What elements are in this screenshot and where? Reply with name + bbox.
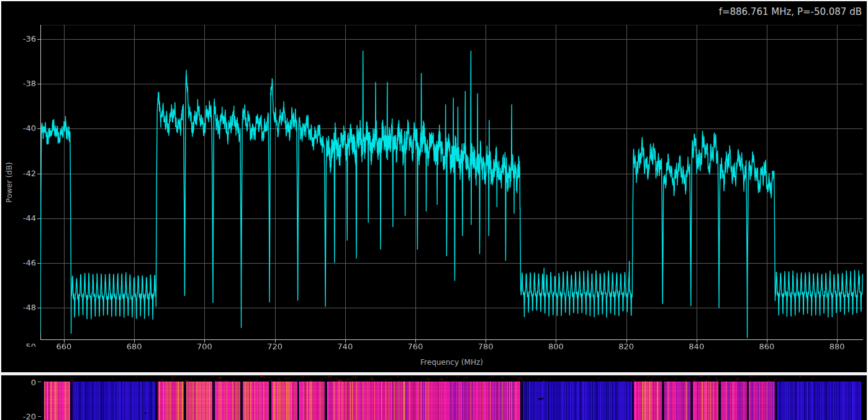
x-tick-label: 880	[818, 342, 856, 352]
window-border-top	[0, 0, 868, 1]
y-tick-label: -36	[0, 34, 36, 44]
frequency-axis-title: Frequency (MHz)	[40, 358, 863, 367]
x-tick-label: 780	[467, 342, 504, 352]
spectrum-plot-canvas[interactable]	[40, 25, 863, 342]
x-tick-label: 660	[45, 342, 83, 352]
x-tick-label: 760	[397, 342, 434, 352]
x-tick-label: 700	[186, 342, 223, 352]
x-tick-label: 860	[748, 342, 785, 352]
x-tick-label: 800	[537, 342, 574, 352]
x-tick-label: 720	[256, 342, 294, 352]
y-tick-label: -44	[0, 213, 36, 223]
x-tick-label: 740	[327, 342, 364, 352]
y-tick-mark	[37, 308, 40, 308]
clipped-y-tick-label: -50	[0, 342, 36, 347]
panel-separator	[0, 372, 868, 375]
x-tick-label: 840	[678, 342, 715, 352]
waterfall-panel: 0 -20	[0, 375, 868, 420]
y-tick-label: -48	[0, 303, 36, 313]
spectrum-panel: f=886.761 MHz, P=-50.087 dB Power (dB) -…	[0, 0, 868, 372]
y-tick-label: -38	[0, 79, 36, 89]
y-tick-label: -46	[0, 258, 36, 268]
waterfall-y-tick-label-top: 0	[0, 378, 36, 388]
y-tick-mark	[37, 84, 40, 84]
sdr-spectrum-window: f=886.761 MHz, P=-50.087 dB Power (dB) -…	[0, 0, 868, 420]
y-tick-label: -42	[0, 169, 36, 179]
y-tick-mark	[37, 174, 40, 174]
y-tick-label: -40	[0, 123, 36, 133]
power-axis-title: Power (dB)	[5, 120, 15, 244]
window-border-left	[0, 0, 1, 420]
x-tick-label: 820	[608, 342, 645, 352]
waterfall-y-tick-label-bottom: -20	[0, 412, 36, 420]
cursor-readout: f=886.761 MHz, P=-50.087 dB	[719, 6, 862, 17]
x-tick-label: 680	[115, 342, 153, 352]
y-tick-mark	[37, 263, 40, 264]
y-tick-mark	[37, 218, 40, 219]
y-tick-mark	[37, 39, 40, 40]
waterfall-canvas[interactable]	[41, 375, 862, 420]
y-tick-mark	[37, 128, 40, 129]
